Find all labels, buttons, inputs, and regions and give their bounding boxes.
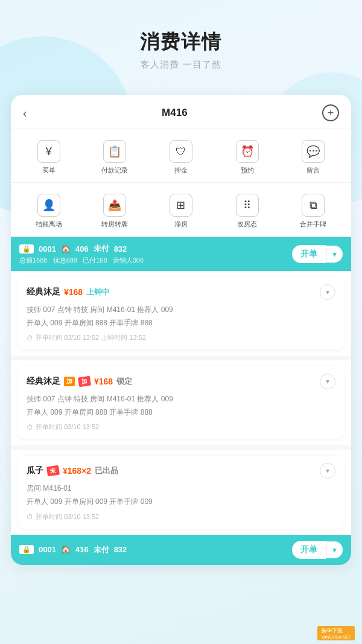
- service-name-0: 经典沐足: [27, 287, 60, 298]
- badge-cancel-1: 加: [78, 376, 91, 387]
- teal-info-bar: 🔒 0001 🏠 406 未付 832 总额1688 优惠688 已付168 营…: [11, 237, 351, 271]
- service-price-0: ¥168: [64, 287, 83, 297]
- icon-label-yuyue: 预约: [241, 166, 254, 175]
- icon-label-hebing: 合并手牌: [300, 220, 326, 229]
- page-subtitle: 客人消费 一目了然: [0, 59, 362, 71]
- bottom-kaidan-dropdown[interactable]: ▾: [326, 541, 343, 558]
- pay-status: 未付: [94, 243, 109, 254]
- icon-box-yajin: 🛡: [170, 140, 192, 163]
- service-item-2: 瓜子 未 ¥168×2 已出品 ▾ 房间 M416-01开单人 009 开单房间…: [18, 456, 344, 528]
- service-list: 经典沐足 ¥168 上钟中 ▾ 技师 007 点钟 特技 房间 M416-01 …: [11, 277, 351, 529]
- icon-box-yuyue: ⏰: [236, 140, 259, 163]
- service-detail-0: 技师 007 点钟 特技 房间 M416-01 推荐人 009开单人 009 开…: [27, 304, 335, 330]
- room-icon: 🏠: [61, 244, 71, 253]
- order-tag: 🔒: [19, 244, 34, 253]
- icon-box-hebing: ⧉: [302, 194, 325, 217]
- service-detail-1: 技师 007 点钟 特技 房间 M416-01 推荐人 009开单人 009 开…: [27, 393, 335, 419]
- bottom-teal-bar: 🔒 0001 🏠 416 未付 832 开单 ▾: [11, 535, 351, 565]
- icon-item-gaifang[interactable]: ⠿ 改房态: [214, 189, 281, 234]
- bottom-order-tag: 🔒: [19, 545, 34, 554]
- room-title: M416: [162, 107, 188, 119]
- badge-cancel-2: 未: [46, 465, 60, 477]
- icon-label-liuyan: 留言: [306, 166, 320, 175]
- icon-box-liuyan: 💬: [302, 140, 325, 163]
- card-topbar: ‹ M416 +: [11, 95, 351, 129]
- watermark: 扬华下载 YANGHUA.NET: [317, 626, 355, 640]
- service-time-0: ⏱ 开单时间 03/10 13:52 上钟时间 13:52: [27, 333, 335, 342]
- icon-box-zhuanfang: 📤: [103, 194, 126, 217]
- service-name-2: 瓜子: [27, 465, 43, 476]
- service-status-1: 锁定: [116, 376, 132, 387]
- icon-label-jiezhang: 结账离场: [36, 220, 62, 229]
- service-detail-2: 房间 M416-01开单人 009 开单房间 009 开单手牌 009: [27, 482, 335, 508]
- icon-box-jiezhang: 👤: [37, 194, 60, 217]
- main-card: ‹ M416 + ¥ 买单 📋 付款记录 🛡 押金 ⏰ 预约 💬 留言 👤 结账…: [11, 95, 351, 565]
- icon-item-yuyue[interactable]: ⏰ 预约: [214, 135, 281, 180]
- icon-grid-row1: ¥ 买单 📋 付款记录 🛡 押金 ⏰ 预约 💬 留言: [11, 129, 351, 183]
- service-time-2: ⏱ 开单时间 03/10 13:52: [27, 512, 335, 521]
- icon-box-maidan: ¥: [37, 140, 60, 163]
- service-time-1: ⏱ 开单时间 03/10 13:52: [27, 422, 335, 432]
- pay-amount: 832: [114, 244, 127, 253]
- service-expand-2[interactable]: ▾: [320, 463, 335, 479]
- icon-item-jiezhang[interactable]: 👤 结账离场: [16, 189, 82, 234]
- kaidan-btn-group: 开单 ▾: [292, 245, 343, 263]
- page-header: 消费详情 客人消费 一目了然: [0, 0, 362, 77]
- service-status-0: 上钟中: [86, 287, 110, 298]
- room-number: 406: [75, 244, 89, 253]
- bottom-kaidan-button[interactable]: 开单: [292, 541, 326, 559]
- icon-item-hebing[interactable]: ⧉ 合并手牌: [280, 189, 346, 234]
- icon-label-gaifang: 改房态: [237, 220, 257, 229]
- icon-item-maidan[interactable]: ¥ 买单: [16, 135, 82, 180]
- service-name-1: 经典沐足: [27, 376, 60, 387]
- icon-grid-row2: 👤 结账离场 📤 转房转牌 ⊞ 净房 ⠿ 改房态 ⧉ 合并手牌: [11, 183, 351, 237]
- icon-item-liuyan[interactable]: 💬 留言: [280, 135, 346, 180]
- teal-bar-details: 总额1688 优惠688 已付168 营销人006: [19, 256, 144, 265]
- order-number: 0001: [39, 244, 56, 253]
- service-price-1: ¥168: [94, 377, 113, 386]
- icon-label-zhuanfang: 转房转牌: [101, 220, 128, 229]
- icon-item-fukuan[interactable]: 📋 付款记录: [82, 135, 148, 180]
- add-button[interactable]: +: [322, 104, 339, 121]
- icon-label-jingfang: 净房: [174, 220, 188, 229]
- icon-box-fukuan: 📋: [103, 140, 126, 163]
- icon-label-yajin: 押金: [174, 166, 188, 175]
- service-expand-1[interactable]: ▾: [320, 374, 335, 389]
- service-item-0: 经典沐足 ¥168 上钟中 ▾ 技师 007 点钟 特技 房间 M416-01 …: [18, 277, 344, 349]
- bottom-order-number: 0001: [39, 545, 56, 554]
- icon-item-zhuanfang[interactable]: 📤 转房转牌: [82, 189, 148, 234]
- bottom-pay-amount: 832: [114, 545, 127, 554]
- service-expand-0[interactable]: ▾: [320, 284, 335, 300]
- service-price-2: ¥168×2: [63, 466, 91, 476]
- bottom-pay-status: 未付: [94, 544, 109, 555]
- icon-box-gaifang: ⠿: [236, 194, 259, 217]
- icon-item-jingfang[interactable]: ⊞ 净房: [148, 189, 214, 234]
- bottom-room-icon: 🏠: [61, 545, 71, 554]
- icon-item-yajin[interactable]: 🛡 押金: [148, 135, 214, 180]
- icon-label-maidan: 买单: [42, 166, 56, 175]
- kaidan-dropdown-button[interactable]: ▾: [326, 246, 343, 263]
- kaidan-button[interactable]: 开单: [292, 245, 326, 263]
- badge-add-1: 加: [64, 377, 75, 386]
- service-status-2: 已出品: [95, 465, 118, 476]
- bottom-room-number: 416: [75, 545, 89, 554]
- icon-label-fukuan: 付款记录: [101, 166, 128, 175]
- icon-box-jingfang: ⊞: [170, 194, 192, 217]
- service-item-1: 经典沐足 加加 ¥168 锁定 ▾ 技师 007 点钟 特技 房间 M416-0…: [18, 366, 344, 439]
- back-button[interactable]: ‹: [23, 106, 27, 120]
- teal-bar-info: 🔒 0001 🏠 406 未付 832 总额1688 优惠688 已付168 营…: [19, 243, 144, 265]
- page-title: 消费详情: [0, 29, 362, 56]
